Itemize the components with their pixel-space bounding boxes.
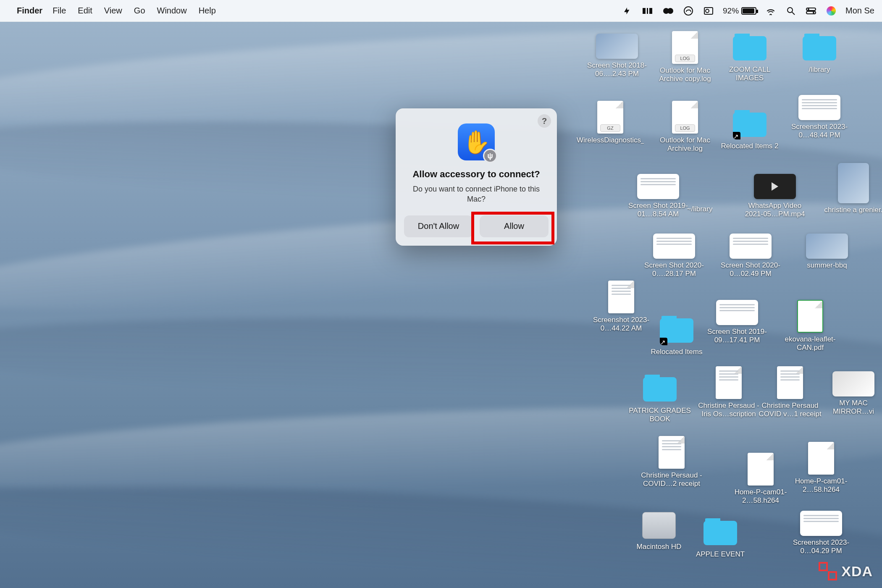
svg-rect-1 (647, 8, 648, 14)
desktop-icon-photo[interactable]: summer-bbq (795, 234, 858, 270)
menu-go[interactable]: Go (134, 6, 145, 16)
icon-label: PATRICK GRADES BOOK (628, 407, 691, 424)
control-center-icon[interactable] (805, 5, 817, 17)
disk-image-icon (832, 371, 874, 396)
battery-status[interactable]: 92% (723, 6, 756, 16)
desktop-icon-folder[interactable]: ~/library (675, 202, 725, 213)
desktop-icon-screenshot[interactable]: Screenshot 2023-0…44.22 AM (590, 281, 653, 333)
alias-arrow-icon: ↗ (660, 338, 667, 345)
status-webex-icon[interactable] (662, 5, 674, 17)
status-outlook-icon[interactable] (703, 5, 714, 17)
icon-label: Christine Persaud - Iris Os…scription (697, 402, 760, 419)
desktop-icon-document[interactable]: Christine Persaud - Iris Os…scription (697, 366, 760, 419)
folder-icon (704, 518, 737, 548)
desktop[interactable]: Screen Shot 2018-06….2.43 PM LOG Outlook… (0, 22, 882, 588)
icon-label: APPLE EVENT (696, 550, 745, 559)
xda-logo-icon (819, 562, 837, 580)
dialog-title: Allow accessory to connect? (404, 169, 549, 180)
menu-view[interactable]: View (104, 6, 122, 16)
folder-icon (803, 34, 836, 63)
desktop-icon-photo[interactable]: christine a grenier. (824, 163, 882, 214)
desktop-icon-log-file[interactable]: LOG Outlook for Mac Archive.log (654, 101, 717, 153)
screenshot-thumb-icon (716, 300, 758, 325)
video-thumb-icon (754, 174, 796, 199)
usb-badge-icon: ψ (483, 149, 497, 163)
dont-allow-button[interactable]: Don't Allow (404, 215, 473, 237)
icon-label: WirelessDiagnostics_C02….38.tar.gz (577, 136, 644, 144)
desktop-icon-screenshot[interactable]: Screen Shot 2020-0…02.49 PM (719, 234, 782, 278)
desktop-icon-folder[interactable]: ZOOM CALL IMAGES (718, 34, 781, 83)
svg-point-13 (813, 12, 814, 13)
icon-label: WhatsApp Video 2021-05…PM.mp4 (743, 202, 806, 219)
desktop-icon-video[interactable]: WhatsApp Video 2021-05…PM.mp4 (743, 174, 806, 219)
desktop-icon-folder-alias[interactable]: ↗ Relocated Items 2 (718, 110, 781, 150)
doc-file-icon (748, 453, 774, 486)
privacy-usb-app-icon: ✋ ψ (458, 123, 495, 160)
desktop-icon-folder-alias[interactable]: ↗ Relocated Items (645, 316, 708, 356)
icon-label: Home-P-cam01-2…58.h264 (729, 488, 792, 505)
desktop-icon-document[interactable]: Christine Persaud COVID v…1 receipt (759, 366, 822, 419)
desktop-icon-screenshot[interactable]: Screen Shot 2019-09…17.41 PM (706, 300, 769, 345)
desktop-icon-folder[interactable]: /library (788, 34, 851, 74)
folder-icon: ↗ (660, 316, 693, 345)
screenshot-thumb-icon (800, 511, 842, 536)
photo-thumb-icon (838, 163, 869, 203)
menu-edit[interactable]: Edit (78, 6, 92, 16)
desktop-icon-folder[interactable]: APPLE EVENT (689, 518, 752, 559)
menu-bar: Finder File Edit View Go Window Help 92%… (0, 0, 882, 22)
screenshot-thumb-icon (653, 234, 695, 259)
doc-file-icon (716, 366, 742, 399)
status-creative-cloud-icon[interactable] (682, 5, 694, 17)
desktop-icon-screenshot[interactable]: Screenshot 2023-0…04.29 PM (790, 511, 853, 556)
wifi-icon[interactable] (765, 5, 777, 17)
status-stage-manager-icon[interactable] (642, 5, 654, 17)
doc-file-icon (777, 366, 803, 399)
desktop-icon-disk-image[interactable]: MY MAC MIRROR…vi (824, 371, 882, 416)
icon-label: Christine Persaud - COVID…2 receipt (640, 471, 703, 488)
pdf-file-icon (797, 300, 823, 333)
watermark-text: XDA (841, 563, 873, 580)
icon-label: Screen Shot 2018-06….2.43 PM (585, 61, 648, 79)
desktop-icon-archive[interactable]: GZ WirelessDiagnostics_C02….38.tar.gz (579, 101, 642, 144)
svg-rect-2 (649, 8, 652, 14)
svg-rect-0 (643, 8, 646, 14)
screenshot-thumb-icon (730, 234, 772, 259)
desktop-icon-video-file[interactable]: Home-P-cam01-2…58.h264 (729, 453, 792, 505)
dialog-help-button[interactable]: ? (538, 114, 551, 128)
desktop-icon-video-file[interactable]: Home-P-cam01-2…58.h264 (790, 442, 853, 494)
log-file-icon: LOG (672, 101, 698, 134)
doc-file-icon (808, 442, 834, 475)
folder-icon (733, 34, 766, 63)
icon-label: Screenshot 2023-0…48.44 PM (788, 123, 851, 140)
siri-icon[interactable] (825, 5, 837, 17)
icon-label: ekovana-leaflet-CAN.pdf (779, 335, 842, 352)
desktop-icon-folder[interactable]: PATRICK GRADES BOOK (628, 375, 691, 424)
desktop-icon-document[interactable]: Christine Persaud - COVID…2 receipt (640, 436, 703, 488)
menu-window[interactable]: Window (157, 6, 187, 16)
folder-icon: ↗ (733, 110, 766, 139)
icon-label: Relocated Items 2 (721, 142, 778, 150)
status-expressvpn-icon[interactable] (622, 5, 634, 17)
desktop-icon-pdf[interactable]: ekovana-leaflet-CAN.pdf (779, 300, 842, 352)
svg-line-9 (792, 12, 795, 15)
desktop-icon-macintosh-hd[interactable]: Macintosh HD (627, 511, 690, 551)
icon-label: Macintosh HD (637, 543, 682, 551)
menu-help[interactable]: Help (199, 6, 216, 16)
svg-point-7 (706, 9, 709, 13)
allow-button[interactable]: Allow (480, 215, 549, 237)
desktop-icon-screenshot[interactable]: Screen Shot 2020-0….28.17 PM (643, 234, 706, 278)
desktop-icon-log-file[interactable]: LOG Outlook for Mac Archive copy.log (654, 31, 717, 84)
svg-point-8 (788, 8, 793, 13)
app-name[interactable]: Finder (17, 6, 42, 16)
menu-file[interactable]: File (52, 6, 66, 16)
icon-label: Screen Shot 2019-09…17.41 PM (706, 328, 769, 345)
desktop-icon-screenshot[interactable]: Screen Shot 2018-06….2.43 PM (585, 34, 648, 79)
battery-icon (741, 7, 756, 15)
desktop-icon-screenshot[interactable]: Screenshot 2023-0…48.44 PM (788, 95, 851, 140)
alias-arrow-icon: ↗ (733, 132, 740, 139)
menu-clock[interactable]: Mon Se (845, 6, 874, 16)
screenshot-thumb-icon (596, 34, 638, 59)
spotlight-search-icon[interactable] (785, 5, 797, 17)
icon-label: summer-bbq (807, 261, 847, 270)
icon-label: ~/library (687, 205, 713, 213)
